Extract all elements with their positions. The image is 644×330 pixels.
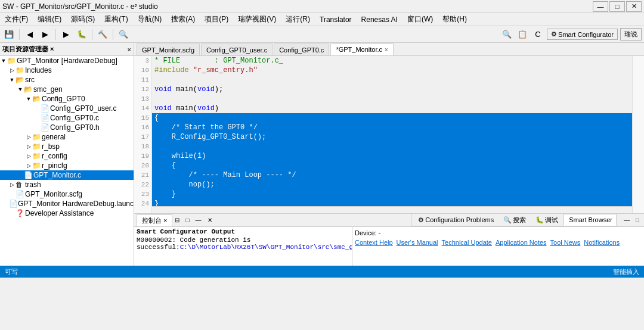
right-links: Context HelpUser's ManualTechnical Updat… [355, 239, 642, 246]
sidebar-title: 项目资源管理器 × [2, 45, 125, 54]
renesas-button[interactable]: 瑞说 [620, 28, 642, 41]
tree-item-config-gpt0-c[interactable]: 📄Config_GPT0.c [0, 113, 134, 123]
right-link-technicalupdate[interactable]: Technical Update [442, 239, 492, 246]
build-button[interactable]: 🔨 [96, 28, 109, 41]
menu-item-f[interactable]: 文件(F) [2, 13, 30, 26]
tree-item-gpt-monitor[interactable]: ▼📁GPT_Monitor [HardwareDebug] [0, 56, 134, 66]
br-max-btn[interactable]: □ [633, 216, 642, 225]
label-trash: trash [25, 180, 41, 189]
tree-item-trash[interactable]: ▷🗑trash [0, 180, 134, 189]
editor-tab-config-gpt0-tab[interactable]: Config_GPT0.c [274, 43, 329, 55]
right-link-contexthelp[interactable]: Context Help [355, 239, 393, 246]
tree-item-src[interactable]: ▼📂src [0, 75, 134, 85]
tree-item-r-config[interactable]: ▷📁r_config [0, 151, 134, 161]
label-src: src [25, 76, 35, 84]
right-link-user'smanual[interactable]: User's Manual [397, 239, 438, 246]
code-line-18 [152, 142, 632, 151]
bottom-tab-icons: ⊟ □ — ✕ [172, 216, 216, 225]
menu-item-r[interactable]: 运行(R) [283, 13, 312, 26]
run-button[interactable]: ▶ [60, 28, 73, 41]
right-link-toolnews[interactable]: Tool News [550, 239, 581, 246]
menu-item-e[interactable]: 编辑(E) [35, 13, 64, 26]
code-line-17: R_Config_GPT0_Start(); [152, 132, 632, 142]
console-maximize-btn[interactable]: □ [183, 216, 191, 225]
editor-tab-gpt-monitor-c-tab[interactable]: *GPT_Monitor.c× [330, 43, 393, 55]
title-bar: SW - GPT_Monitor/src/GPT_Monitor.c - e² … [0, 0, 644, 13]
arrow-config-gpt0: ▼ [25, 96, 32, 102]
right-link-notifications[interactable]: Notifications [584, 239, 620, 246]
horizontal-scrollbar[interactable] [152, 206, 632, 213]
line-num-16: 16 [134, 123, 151, 132]
tree-item-includes[interactable]: ▷📁Includes [0, 66, 134, 75]
br-tab-调试[interactable]: 🐛调试 [531, 214, 562, 226]
console-tab[interactable]: 控制台 × [137, 214, 172, 226]
console-close-btn[interactable]: ✕ [205, 216, 215, 225]
smart-configurator-button[interactable]: ⚙ Smart Configurator [547, 29, 618, 40]
tab-label-gpt-monitor-c-tab: *GPT_Monitor.c [336, 46, 382, 53]
save-button[interactable]: 💾 [2, 28, 16, 41]
right-link-applicationnotes[interactable]: Application Notes [496, 239, 547, 246]
console-minimize-btn[interactable]: ⊟ [172, 216, 182, 225]
debug-button[interactable]: 🐛 [75, 28, 88, 41]
menu-item-n[interactable]: 导航(N) [135, 13, 165, 26]
code-line-15: { [152, 113, 632, 123]
menu-item-w[interactable]: 窗口(W) [405, 13, 435, 26]
label-gpt-monitor-scfg: GPT_Monitor.scfg [25, 190, 82, 198]
code-line-13 [152, 94, 632, 104]
icon-smc_gen: 📂 [24, 85, 33, 94]
sidebar: 项目资源管理器 × × ▼📁GPT_Monitor [HardwareDebug… [0, 43, 134, 266]
tree-item-gpt-monitor-c[interactable]: 📄GPT_Monitor.c [0, 170, 134, 180]
sidebar-close-button[interactable]: × [128, 46, 131, 53]
br-tab-icon-Configuration Problems: ⚙ [418, 216, 424, 224]
right-column: GPT_Monitor.scfgConfig_GPT0_user.cConfig… [134, 43, 644, 266]
br-tab-configurationproblems[interactable]: ⚙Configuration Problems [414, 214, 498, 226]
tree-item-config-gpt0-user-c[interactable]: 📄Config_GPT0_user.c [0, 104, 134, 113]
menu-item-h[interactable]: 帮助(H) [440, 13, 469, 26]
back-button[interactable]: ◀ [23, 28, 36, 41]
forward-button[interactable]: ▶ [39, 28, 52, 41]
tree-item-smc_gen[interactable]: ▼📂smc_gen [0, 85, 134, 94]
menu-item-t[interactable]: 重构(T) [102, 13, 130, 26]
copy-icon[interactable]: 📋 [516, 28, 529, 41]
tree-item-r-pincfg[interactable]: ▷📁r_pincfg [0, 161, 134, 170]
tree-item-config-gpt0-h[interactable]: 📄Config_GPT0.h [0, 123, 134, 132]
line-numbers: 3101112131415161718192021222324 [134, 56, 152, 213]
tree-item-config-gpt0[interactable]: ▼📂Config_GPT0 [0, 94, 134, 104]
menu-item-s[interactable]: 源码(S) [69, 13, 97, 26]
tree-item-gpt-monitor-scfg[interactable]: 📄GPT_Monitor.scfg [0, 189, 134, 199]
arrow-r-config: ▷ [25, 153, 32, 159]
smart-config-label: Smart Configurator [558, 31, 614, 38]
editor-tab-config-gpt0-user-tab[interactable]: Config_GPT0_user.c [201, 43, 273, 55]
search-icon[interactable]: 🔍 [500, 28, 513, 41]
code-content[interactable]: * FILE : GPT_Monitor.c_#include "r_smc_e… [152, 56, 632, 206]
menu-item-renesasai[interactable]: Renesas AI [359, 14, 400, 25]
minimize-button[interactable]: — [593, 1, 608, 12]
arrow-src: ▼ [8, 77, 16, 83]
menu-item-a[interactable]: 搜索(A) [169, 13, 197, 26]
br-tab-smartbrowser[interactable]: Smart Browser [564, 214, 617, 226]
menu-item-p[interactable]: 项目(P) [202, 13, 231, 26]
br-collapse-btn[interactable]: — [621, 216, 632, 225]
tree-item-r-bsp[interactable]: ▷📁r_bsp [0, 142, 134, 151]
toolbar: 💾 ◀ ▶ ▶ 🐛 🔨 🔍 🔍 📋 C ⚙ Smart Configurator… [0, 26, 644, 43]
maximize-button[interactable]: □ [609, 1, 625, 12]
tab-close-gpt-monitor-c-tab[interactable]: × [385, 46, 388, 53]
label-config-gpt0: Config_GPT0 [42, 95, 85, 103]
br-tab-搜索[interactable]: 🔍搜索 [499, 214, 530, 226]
tree-item-gpt-monitor-launch[interactable]: 📄GPT_Monitor HardwareDebug.launc [0, 199, 134, 208]
tree-item-general[interactable]: ▷📁general [0, 132, 134, 142]
line-num-19: 19 [134, 151, 151, 161]
code-line-14: void main(void) [152, 104, 632, 113]
tree-item-dev-assistance[interactable]: ❓Developer Assistance [0, 208, 134, 218]
close-button[interactable]: ✕ [626, 1, 642, 12]
editor-tab-gpt-monitor-scfg-tab[interactable]: GPT_Monitor.scfg [137, 43, 200, 55]
menu-item-translator[interactable]: Translator [317, 14, 354, 25]
line-num-12: 12 [134, 85, 151, 94]
console-collapse-btn[interactable]: — [193, 216, 204, 225]
code-icon[interactable]: C [531, 28, 544, 41]
search-button[interactable]: 🔍 [117, 28, 130, 41]
icon-gpt-monitor: 📁 [7, 57, 17, 65]
label-general: general [42, 133, 66, 141]
console-output[interactable]: Smart Configurator Output M00000002: Cod… [134, 227, 352, 266]
menu-item-v[interactable]: 瑞萨视图(V) [236, 13, 278, 26]
